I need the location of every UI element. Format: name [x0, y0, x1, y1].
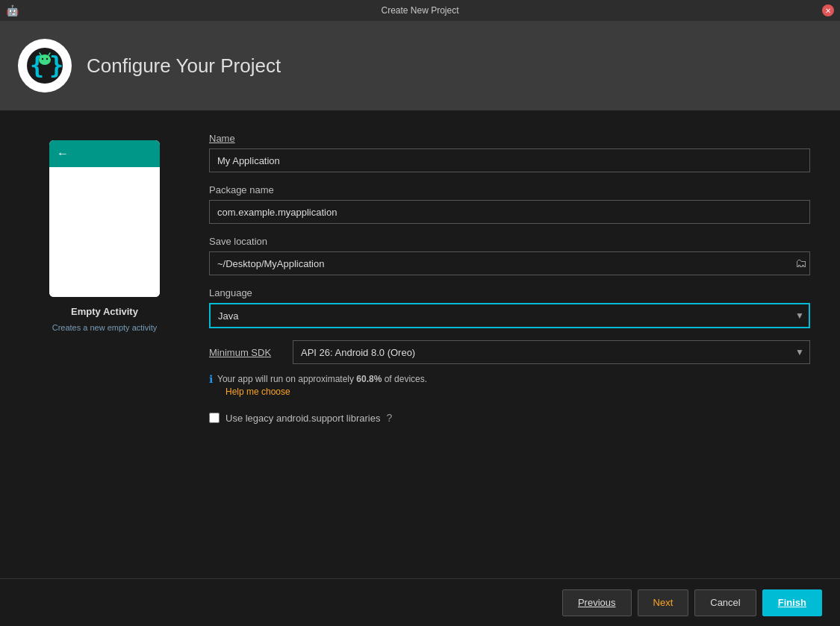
next-button[interactable]: Next: [638, 589, 689, 616]
info-row: ℹ Your app will run on approximately 60.…: [209, 373, 810, 397]
name-input[interactable]: [209, 148, 810, 172]
left-panel: ← Empty Activity Creates a new empty act…: [30, 125, 179, 563]
svg-point-3: [39, 54, 51, 65]
title-bar-controls: ✕: [822, 4, 834, 16]
language-label: Language: [209, 287, 810, 298]
help-question-icon[interactable]: ?: [386, 412, 392, 424]
phone-body: [49, 167, 160, 297]
language-select-wrapper: Java Kotlin ▼: [209, 303, 810, 328]
android-studio-logo: { }: [18, 39, 72, 93]
package-label: Package name: [209, 184, 810, 195]
min-sdk-label: Minimum SDK: [209, 347, 284, 358]
save-location-field-group: Save location 🗂: [209, 236, 810, 275]
name-label: Name: [209, 133, 810, 144]
browse-folder-button[interactable]: 🗂: [795, 257, 807, 270]
cancel-button[interactable]: Cancel: [694, 589, 756, 616]
title-bar: 🤖 Create New Project ✕: [0, 0, 840, 21]
help-me-choose-link[interactable]: Help me choose: [225, 386, 810, 397]
info-text-line: ℹ Your app will run on approximately 60.…: [209, 373, 810, 385]
save-location-wrapper: 🗂: [209, 251, 810, 275]
footer: Previous Next Cancel Finish: [0, 578, 840, 626]
title-bar-title: Create New Project: [381, 5, 458, 16]
package-input[interactable]: [209, 200, 810, 224]
language-select[interactable]: Java Kotlin: [209, 303, 810, 328]
language-field-group: Language Java Kotlin ▼: [209, 287, 810, 328]
sdk-select-wrapper: API 16: Android 4.1 (Jelly Bean) API 21:…: [293, 340, 810, 364]
header: { } Configure Your Project: [0, 21, 840, 110]
phone-top-bar: ←: [49, 140, 160, 167]
info-icon: ℹ: [209, 373, 213, 385]
legacy-support-checkbox-row: Use legacy android.support libraries ?: [209, 412, 810, 424]
svg-point-4: [42, 58, 43, 60]
svg-point-5: [46, 58, 48, 60]
svg-text:{: {: [30, 51, 44, 79]
main-content: ← Empty Activity Creates a new empty act…: [0, 110, 840, 578]
name-field-group: Name: [209, 133, 810, 172]
legacy-support-checkbox[interactable]: [209, 413, 220, 423]
min-sdk-select[interactable]: API 16: Android 4.1 (Jelly Bean) API 21:…: [293, 340, 810, 364]
close-button[interactable]: ✕: [822, 4, 834, 16]
svg-text:}: }: [49, 51, 63, 79]
page-title: Configure Your Project: [87, 54, 281, 78]
legacy-support-label: Use legacy android.support libraries: [225, 413, 380, 424]
right-panel: Name Package name Save location 🗂 Langua…: [209, 125, 810, 563]
activity-label: Empty Activity: [71, 306, 138, 317]
info-description: Your app will run on approximately 60.8%…: [217, 374, 427, 384]
android-icon: 🤖: [6, 4, 19, 16]
previous-button[interactable]: Previous: [562, 589, 632, 616]
device-percent: 60.8%: [356, 374, 382, 384]
phone-preview: ←: [49, 140, 160, 297]
save-location-label: Save location: [209, 236, 810, 247]
back-arrow-icon: ←: [57, 147, 69, 160]
package-field-group: Package name: [209, 184, 810, 224]
min-sdk-row: Minimum SDK API 16: Android 4.1 (Jelly B…: [209, 340, 810, 364]
save-location-input[interactable]: [209, 251, 810, 275]
finish-button[interactable]: Finish: [762, 589, 822, 616]
activity-desc: Creates a new empty activity: [52, 323, 158, 332]
